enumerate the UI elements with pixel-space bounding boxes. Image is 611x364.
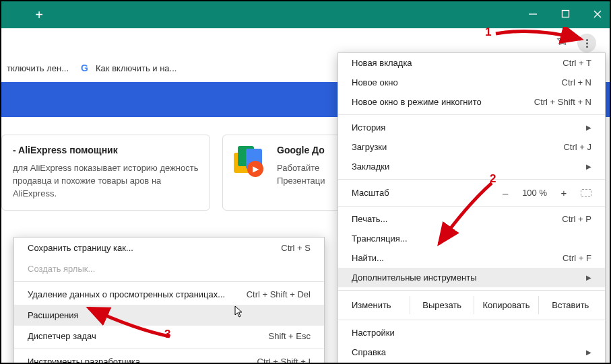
menu-cast[interactable]: Трансляция... [338, 229, 605, 248]
kebab-icon [586, 39, 588, 48]
menu-separator [14, 349, 324, 349]
menu-separator [338, 206, 605, 207]
menu-label: Масштаб [352, 188, 389, 198]
presentations-icon: ▶ [247, 161, 263, 177]
menu-label: Трансляция... [352, 233, 408, 244]
menu-label: Печать... [352, 214, 387, 224]
menu-bookmarks[interactable]: Закладки▶ [338, 157, 605, 176]
menu-label: Найти... [352, 253, 384, 263]
submenu-create-shortcut: Создать ярлык... [14, 258, 324, 279]
cut-button[interactable]: Вырезать [410, 296, 474, 314]
copy-button[interactable]: Копировать [474, 296, 538, 314]
chevron-right-icon: ▶ [586, 349, 591, 356]
menu-separator [14, 281, 324, 282]
menu-more-tools[interactable]: Дополнительные инструменты▶ [338, 268, 605, 287]
menu-label: Новое окно [352, 77, 398, 87]
menu-incognito[interactable]: Новое окно в режиме инкогнитоCtrl + Shif… [338, 92, 605, 112]
kebab-menu-button[interactable] [577, 34, 596, 52]
menu-shortcut: Ctrl + F [562, 253, 591, 263]
menu-shortcut: Ctrl + J [563, 142, 591, 152]
main-menu: Новая вкладкаCtrl + T Новое окноCtrl + N… [337, 52, 606, 364]
chevron-right-icon: ▶ [586, 274, 591, 281]
menu-label: Закладки [352, 161, 389, 172]
menu-help[interactable]: Справка▶ [338, 342, 605, 362]
toolbar-strip [1, 28, 610, 55]
menu-label: Изменить [352, 300, 410, 310]
callout-3: 3 [164, 328, 170, 341]
more-tools-submenu: Сохранить страницу как...Ctrl + S Создат… [13, 237, 325, 364]
menu-label: Сохранить страницу как... [28, 243, 133, 253]
menu-label: Удаление данных о просмотренных страница… [28, 289, 225, 299]
bookmark-star-icon[interactable] [556, 34, 569, 50]
submenu-save-page[interactable]: Сохранить страницу как...Ctrl + S [14, 238, 324, 258]
menu-shortcut: Ctrl + N [562, 77, 591, 87]
menu-separator [338, 179, 605, 180]
menu-find[interactable]: Найти...Ctrl + F [338, 248, 605, 268]
zoom-in-button[interactable]: + [559, 187, 569, 198]
title-bar: + [1, 1, 610, 28]
menu-shortcut: Ctrl + Shift + Del [247, 289, 311, 299]
menu-shortcut: Ctrl + T [562, 58, 591, 68]
menu-label: Новая вкладка [352, 58, 412, 68]
zoom-value: 100 % [522, 188, 547, 198]
submenu-clear-data[interactable]: Удаление данных о просмотренных страница… [14, 284, 324, 305]
card-line: Презентаци [277, 175, 325, 188]
google-favicon-icon: G [81, 63, 92, 73]
menu-label: История [352, 122, 385, 133]
close-button[interactable] [591, 9, 604, 21]
new-tab-button[interactable]: + [30, 5, 49, 24]
menu-shortcut: Ctrl + Shift + I [257, 357, 311, 364]
bookmark-label: Как включить и на... [96, 63, 176, 73]
minimize-button[interactable] [526, 9, 540, 21]
menu-label: Новое окно в режиме инкогнито [352, 97, 482, 107]
submenu-dev-tools[interactable]: Инструменты разработчикаCtrl + Shift + I [14, 351, 324, 364]
menu-shortcut: Shift + Esc [269, 331, 311, 341]
callout-1: 1 [485, 26, 491, 39]
card-title: Google До [277, 145, 325, 155]
browser-window: + тключить лен... G Как включить и на... [0, 0, 611, 364]
bookmark-label: тключить лен... [7, 63, 69, 73]
menu-label: Инструменты разработчика [28, 357, 140, 364]
menu-label: Загрузки [352, 142, 387, 152]
card-title: - AliExpress помощник [13, 145, 199, 155]
menu-separator [338, 320, 605, 320]
card-desc: для AliExpress показывает историю дежнос… [13, 162, 199, 201]
window-controls [526, 1, 604, 28]
menu-label: Справка [352, 347, 386, 357]
cursor-icon [234, 305, 245, 320]
paste-button[interactable]: Вставить [538, 296, 602, 314]
menu-label: Создать ярлык... [28, 264, 95, 274]
docs-icon-cluster: ▶ [234, 146, 267, 184]
zoom-out-button[interactable]: – [501, 187, 510, 198]
menu-separator [338, 290, 605, 291]
menu-settings[interactable]: Настройки [338, 323, 605, 342]
menu-label: Дополнительные инструменты [352, 272, 477, 283]
submenu-extensions[interactable]: Расширения [14, 305, 324, 326]
callout-2: 2 [490, 172, 496, 186]
svg-rect-1 [562, 11, 569, 17]
menu-edit-row: Изменить Вырезать Копировать Вставить [338, 293, 605, 317]
card-aliexpress: - AliExpress помощник для AliExpress пок… [1, 135, 210, 211]
menu-new-tab[interactable]: Новая вкладкаCtrl + T [338, 53, 605, 73]
chevron-right-icon: ▶ [586, 163, 591, 170]
chevron-right-icon: ▶ [586, 124, 591, 131]
menu-shortcut: Ctrl + Shift + N [534, 97, 591, 107]
maximize-button[interactable] [558, 9, 572, 20]
menu-label: Настройки [352, 328, 395, 338]
menu-new-window[interactable]: Новое окноCtrl + N [338, 73, 605, 92]
menu-label: Диспетчер задач [28, 331, 96, 341]
menu-separator [338, 114, 605, 115]
menu-downloads[interactable]: ЗагрузкиCtrl + J [338, 137, 605, 157]
menu-label: Расширения [28, 310, 79, 320]
menu-history[interactable]: История▶ [338, 118, 605, 137]
card-line: Работайте [277, 162, 325, 175]
bookmark-item[interactable]: G Как включить и на... [81, 63, 176, 73]
menu-print[interactable]: Печать...Ctrl + P [338, 209, 605, 229]
menu-zoom: Масштаб – 100 % + [338, 182, 605, 203]
fullscreen-icon[interactable] [581, 189, 591, 197]
menu-shortcut: Ctrl + P [562, 214, 591, 224]
bookmark-item[interactable]: тключить лен... [7, 63, 69, 73]
menu-shortcut: Ctrl + S [281, 243, 311, 253]
